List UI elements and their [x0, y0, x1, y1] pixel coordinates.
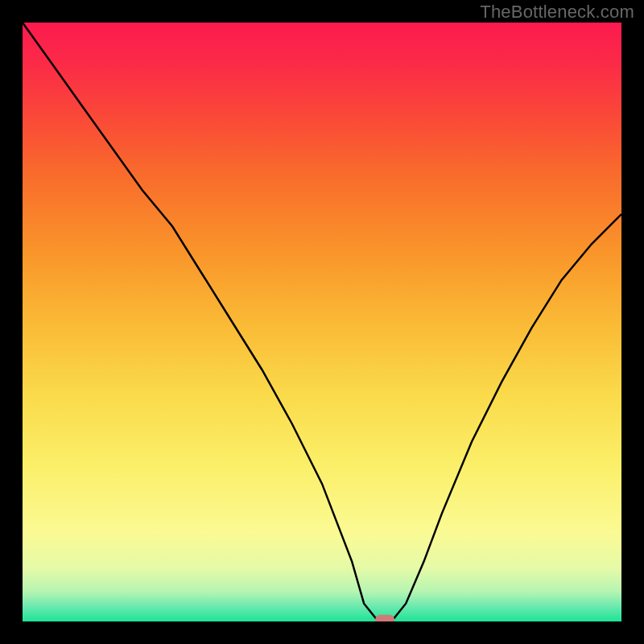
chart-background [23, 23, 621, 621]
chart-plot-area [23, 23, 621, 621]
watermark-text: TheBottleneck.com [480, 2, 634, 23]
optimal-point-marker [375, 615, 394, 621]
chart-svg [23, 23, 621, 621]
